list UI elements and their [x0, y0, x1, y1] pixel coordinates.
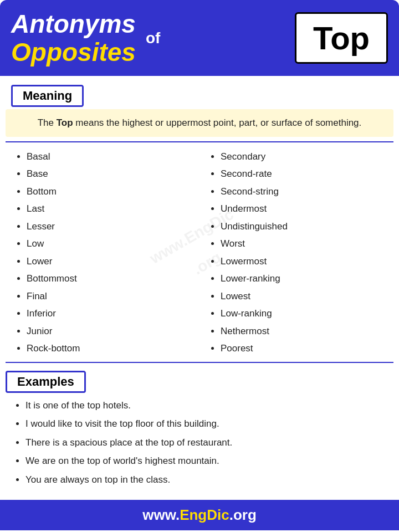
- list-item: Lowest: [221, 288, 393, 305]
- list-item: Secondary: [221, 148, 393, 166]
- list-item: Lesser: [27, 218, 200, 236]
- word-list-section: BasalBaseBottomLastLesserLowLowerBottomm…: [0, 142, 399, 357]
- footer-engdic: EngDic: [180, 507, 229, 523]
- word-column-left: BasalBaseBottomLastLesserLowLowerBottomm…: [6, 148, 200, 357]
- word-list-outer: www.EngDic.org BasalBaseBottomLastLesser…: [0, 142, 399, 357]
- list-item: Bottommost: [27, 270, 200, 288]
- of-label: of: [146, 29, 160, 47]
- list-item: Worst: [221, 235, 393, 253]
- examples-list: It is one of the top hotels.I would like…: [16, 396, 388, 489]
- footer: www.EngDic.org: [0, 500, 399, 530]
- examples-header: Examples: [6, 371, 86, 393]
- main-word: Top: [313, 19, 370, 57]
- list-item: Second-rate: [221, 165, 393, 183]
- list-item: Inferior: [27, 305, 200, 323]
- word-box: Top: [295, 12, 388, 64]
- examples-section-wrapper: Examples It is one of the top hotels.I w…: [0, 363, 399, 495]
- list-item: Junior: [27, 323, 200, 340]
- list-item: Rock-bottom: [27, 340, 200, 357]
- list-item: Undermost: [221, 200, 393, 218]
- list-item: Bottom: [27, 183, 200, 201]
- list-item: Second-string: [221, 183, 393, 201]
- examples-label: Examples: [17, 375, 74, 388]
- example-item: It is one of the top hotels.: [25, 396, 388, 415]
- example-item: There is a spacious place at the top of …: [25, 433, 388, 452]
- meaning-header: Meaning: [11, 85, 84, 107]
- list-item: Final: [27, 288, 200, 305]
- list-item: Undistinguished: [221, 218, 393, 236]
- footer-www: www.: [142, 507, 180, 523]
- list-item: Low: [27, 235, 200, 253]
- header-titles: Antonyms Opposites: [11, 10, 136, 66]
- meaning-label: Meaning: [23, 89, 72, 103]
- meaning-box: The Top means the highest or uppermost p…: [6, 109, 393, 137]
- meaning-bold-word: Top: [57, 117, 73, 128]
- left-word-list: BasalBaseBottomLastLesserLowLowerBottomm…: [17, 148, 200, 357]
- list-item: Lower: [27, 253, 200, 270]
- example-item: We are on the top of world's highest mou…: [25, 452, 388, 470]
- example-item: You are always on top in the class.: [25, 470, 388, 489]
- list-item: Last: [27, 200, 200, 218]
- list-item: Low-ranking: [221, 305, 393, 323]
- list-item: Poorest: [221, 340, 393, 357]
- header-title-row: Antonyms Opposites of: [11, 10, 160, 66]
- antonyms-title: Antonyms: [11, 10, 136, 38]
- list-item: Basal: [27, 148, 200, 166]
- meaning-text-before: The: [38, 117, 57, 128]
- footer-org: .org: [229, 507, 257, 523]
- examples-list-section: It is one of the top hotels.I would like…: [0, 393, 399, 495]
- header-left: Antonyms Opposites of: [11, 10, 160, 66]
- footer-text: www.EngDic.org: [0, 507, 399, 524]
- list-item: Nethermost: [221, 323, 393, 340]
- word-column-right: SecondarySecond-rateSecond-stringUndermo…: [200, 148, 393, 357]
- meaning-text-after: means the highest or uppermost point, pa…: [73, 117, 362, 128]
- list-item: Lowermost: [221, 253, 393, 270]
- example-item: I would like to visit the top floor of t…: [25, 415, 388, 433]
- word-list-container: BasalBaseBottomLastLesserLowLowerBottomm…: [6, 148, 393, 357]
- right-word-list: SecondarySecond-rateSecond-stringUndermo…: [211, 148, 393, 357]
- list-item: Lower-ranking: [221, 270, 393, 288]
- header: Antonyms Opposites of Top: [0, 0, 399, 76]
- opposites-title: Opposites: [11, 38, 136, 66]
- meaning-section: Meaning The Top means the highest or upp…: [0, 76, 399, 137]
- list-item: Base: [27, 165, 200, 183]
